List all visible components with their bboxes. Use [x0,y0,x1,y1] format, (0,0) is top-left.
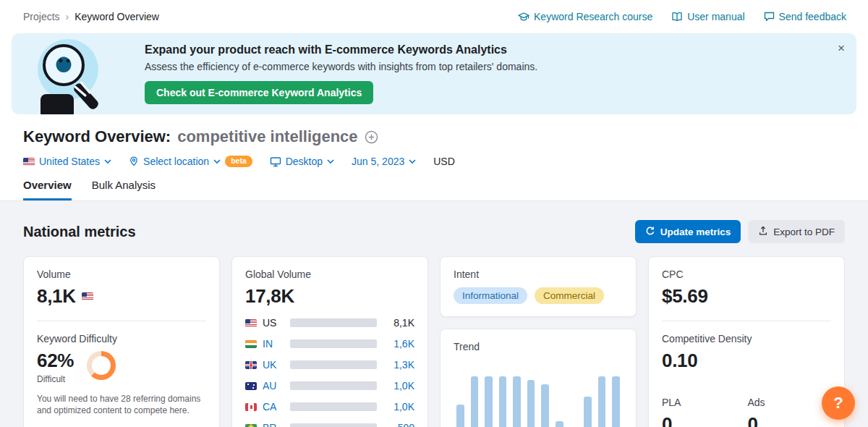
cpc-label: CPC [662,269,831,280]
section-title: National metrics [23,224,136,240]
location-dropdown[interactable]: Select location beta [129,156,252,167]
chevron-down-icon [104,159,111,164]
cpc-value: $5.69 [662,285,831,308]
trend-bar [612,376,620,427]
competitive-density-value: 0.10 [662,350,831,372]
tab-overview[interactable]: Overview [23,179,72,200]
difficulty-note: You will need to have 28 referring domai… [37,393,206,416]
cpc-card: CPC $5.69 Competitive Density 0.10 PLA 0… [648,256,845,427]
book-icon [671,12,683,22]
country-volume-row: BR 590 [245,422,414,427]
chevron-down-icon [409,159,416,164]
trend-bar [527,380,535,427]
user-manual-link[interactable]: User manual [671,11,744,22]
export-pdf-button[interactable]: Export to PDF [748,220,845,243]
send-feedback-link[interactable]: Send feedback [764,11,846,22]
difficulty-tag: Difficult [37,374,74,384]
trend-bar [541,384,549,427]
banner-title: Expand your product reach with E-commerc… [145,43,537,56]
trend-bar [513,376,521,427]
help-button[interactable]: ? [822,386,855,420]
volume-bar [290,339,377,348]
intent-badge-commercial[interactable]: Commercial [535,287,604,304]
refresh-icon [645,226,655,238]
breadcrumb-separator-icon: › [66,11,69,22]
device-dropdown[interactable]: Desktop [270,156,334,167]
us-flag-icon [82,292,93,300]
pla-value: 0 [662,413,681,427]
date-dropdown[interactable]: Jun 5, 2023 [352,156,416,167]
global-volume-card: Global Volume 17,8K US 8,1K IN 1,6K UK 1… [231,256,428,427]
uk-flag-icon [245,361,257,369]
national-metrics-section: National metrics Update metrics Export t… [0,201,868,427]
trend-bar [584,397,592,427]
location-pin-icon [129,156,139,167]
ca-flag-icon [245,403,257,411]
currency-label: USD [433,156,455,167]
pla-label: PLA [662,397,681,408]
intent-card: Intent Informational Commercial [440,256,637,317]
us-flag-icon [245,319,257,327]
volume-value: 8,1K [37,285,76,308]
keyword-term: competitive intelligence [177,127,357,146]
banner-illustration [12,33,133,114]
us-flag-icon [23,158,35,166]
country-volume-row: US 8,1K [245,317,414,329]
page-title: Keyword Overview: [23,127,171,146]
global-volume-value: 17,8K [245,285,414,308]
in-flag-icon [245,340,257,348]
trend-label: Trend [454,341,623,352]
trend-card: Trend [440,329,637,427]
divider [37,321,206,321]
volume-bar [290,381,377,390]
trend-bar [499,376,507,427]
chevron-down-icon [327,159,334,164]
ecommerce-cta-button[interactable]: Check out E-commerce Keyword Analytics [145,81,373,104]
trend-chart [454,370,623,427]
country-volume-row: IN 1,6K [245,338,414,350]
volume-bar [290,318,377,327]
banner-subtitle: Assess the efficiency of e-commerce keyw… [145,61,537,72]
keyword-research-course-link[interactable]: Keyword Research course [518,11,652,22]
country-dropdown[interactable]: United States [23,156,111,167]
chevron-down-icon [213,159,221,164]
tab-bar: Overview Bulk Analysis [0,167,868,201]
ads-value: 0 [747,413,765,427]
volume-bar [290,423,377,427]
difficulty-donut [87,351,116,380]
breadcrumb-current: Keyword Overview [75,11,159,22]
volume-label: Volume [37,269,206,280]
br-flag-icon [245,424,257,427]
trend-bar [485,376,493,427]
update-metrics-button[interactable]: Update metrics [635,220,741,243]
intent-label: Intent [454,269,623,280]
trend-bar [471,376,479,427]
divider [662,321,831,321]
intent-badge-informational[interactable]: Informational [454,287,527,304]
graduation-cap-icon [518,12,529,22]
volume-bar [290,402,377,411]
trend-bar [456,405,464,427]
competitive-density-label: Competitive Density [662,333,831,344]
banner-close-icon[interactable]: × [838,42,845,54]
keyword-difficulty-label: Keyword Difficulty [37,333,206,344]
beta-badge: beta [225,156,252,167]
country-volume-row: AU 1,0K [245,380,414,392]
volume-bar [290,360,377,369]
add-keyword-icon[interactable] [365,130,378,144]
filter-bar: United States Select location beta Deskt… [0,146,868,167]
breadcrumb: Projects › Keyword Overview [23,11,159,22]
export-icon [758,226,768,238]
tab-bulk-analysis[interactable]: Bulk Analysis [92,179,156,200]
country-volume-row: CA 1,0K [245,401,414,413]
top-bar: Projects › Keyword Overview Keyword Rese… [0,0,868,33]
desktop-monitor-icon [270,156,281,167]
chat-bubble-icon [764,12,775,22]
ads-label: Ads [747,397,765,408]
trend-bar [598,376,606,427]
volume-card: Volume 8,1K Keyword Difficulty 62% Diffi… [23,256,220,427]
global-volume-label: Global Volume [245,269,414,280]
ecommerce-banner: Expand your product reach with E-commerc… [12,33,856,114]
keyword-difficulty-value: 62% [37,350,74,372]
breadcrumb-projects[interactable]: Projects [23,11,60,22]
